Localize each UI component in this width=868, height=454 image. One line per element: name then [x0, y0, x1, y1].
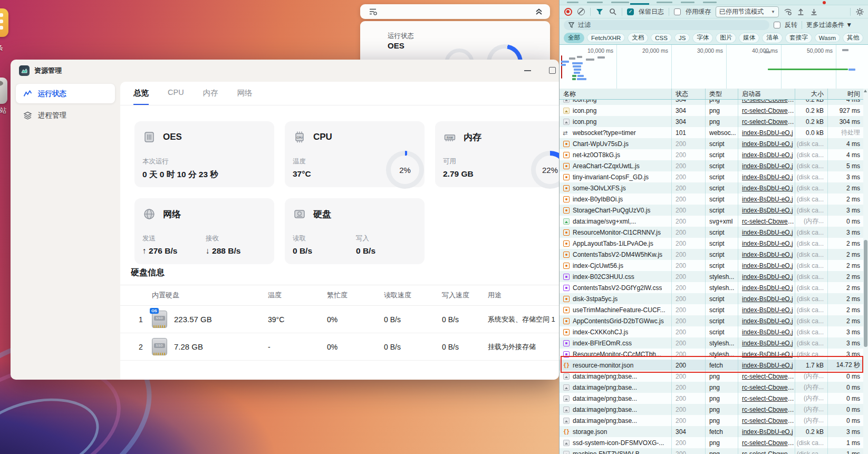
request-initiator-link[interactable]: index-BsDbU-eO.j [742, 340, 793, 347]
search-icon[interactable] [609, 7, 617, 16]
request-initiator-link[interactable]: index-BsDbU-eO.j [742, 351, 793, 358]
request-row[interactable]: icon.png 304 png rc-select-Cbowe_3 0.2 k… [560, 100, 863, 105]
request-initiator-link[interactable]: index-BsDbU-eO.j [742, 185, 793, 192]
invert-label[interactable]: 反转 [785, 21, 797, 30]
request-row[interactable]: websocket?type=timer 101 websoc... index… [560, 127, 863, 138]
tab[interactable]: 内存 [203, 88, 218, 105]
clear-button[interactable] [577, 7, 585, 16]
request-initiator-link[interactable]: rc-select-Cbowe_3 [742, 100, 795, 103]
request-initiator-link[interactable]: index-BsDbU-eO.j [742, 251, 793, 258]
tab[interactable]: 总览 [133, 88, 149, 105]
import-har-icon[interactable] [797, 7, 805, 16]
request-row[interactable]: net-kz0OT8kG.js 200 script index-BsDbU-e… [560, 149, 863, 160]
filter-chip[interactable]: 图片 [716, 33, 736, 43]
filter-chip[interactable]: 媒体 [739, 33, 759, 43]
request-initiator-link[interactable]: index-BsDbU-eO.j [742, 306, 793, 314]
request-row[interactable]: resource-monitor.json 200 fetch index-Bs… [560, 360, 863, 371]
minimize-button[interactable] [524, 70, 531, 71]
request-row[interactable]: ContentsTabsV2-DGfYg2lW.css 200 stylesh.… [560, 282, 863, 293]
request-row[interactable]: ResourceMonitor-CCcMCTbh... 200 stylesh.… [560, 349, 863, 360]
request-initiator-link[interactable]: index-BsDbU-eO.j [742, 240, 793, 247]
collapse-chevron-icon[interactable] [535, 7, 543, 16]
request-row[interactable]: data:image/png;base... 200 png rc-select… [560, 393, 863, 404]
tab[interactable]: CPU [168, 88, 184, 105]
disable-cache-checkbox[interactable] [674, 8, 681, 15]
request-row[interactable]: AreaChart-CZqxUwtL.js 200 script index-B… [560, 160, 863, 171]
request-row[interactable]: tiny-invariant-CopsF_GD.js 200 script in… [560, 171, 863, 182]
sort-menu-icon[interactable] [369, 8, 378, 15]
request-initiator-link[interactable]: index-BsDbU-eO.j [742, 362, 793, 369]
request-row[interactable]: index-B0yIbBOi.js 200 script index-BsDbU… [560, 194, 863, 205]
widget-header-bar[interactable] [360, 4, 550, 19]
filter-chip[interactable]: 清单 [762, 33, 783, 43]
desktop-shortcut-icon[interactable] [0, 78, 7, 104]
window-titlebar[interactable]: 资源管理 [11, 60, 559, 82]
filter-input[interactable]: 过滤 [564, 20, 769, 30]
request-row[interactable]: storage.json 304 fetch index-BsDbU-eO.j … [560, 426, 863, 437]
filter-funnel-icon[interactable] [595, 7, 604, 16]
filter-chip[interactable]: Fetch/XHR [587, 33, 625, 42]
column-header-time[interactable]: 时间 [827, 89, 864, 99]
settings-gear-icon[interactable] [855, 7, 864, 16]
request-initiator-link[interactable]: index-BsDbU-eO.j [742, 173, 793, 181]
scroll-up-arrow-icon[interactable] [864, 90, 867, 92]
filter-chip[interactable]: Wasm [815, 33, 840, 42]
request-row[interactable]: AppLayoutTabs-1iLPvAOe.js 200 script ind… [560, 238, 863, 249]
column-header-initiator[interactable]: 启动器 [738, 89, 795, 99]
request-initiator-link[interactable]: rc-select-Cbowe_3 [742, 395, 795, 402]
request-row[interactable]: index-BFlrEOmR.css 200 stylesh... index-… [560, 337, 863, 349]
request-row[interactable]: data:image/svg+xml,... 200 svg+xml rc-se… [560, 216, 863, 227]
request-row[interactable]: useTrimMachineFeature-CUCF... 200 script… [560, 304, 863, 315]
request-row[interactable]: data:image/png;base... 200 png rc-select… [560, 382, 863, 393]
request-initiator-link[interactable]: rc-select-Cbowe_3 [742, 439, 795, 447]
scrollbar[interactable] [863, 89, 868, 454]
desktop-shortcut-icon[interactable] [0, 8, 8, 37]
request-row[interactable]: index-CjcUwt56.js 200 script index-BsDbU… [560, 260, 863, 271]
preserve-log-checkbox[interactable] [627, 8, 634, 15]
request-row[interactable]: icon.png 304 png rc-select-Cbowe_3 0.2 k… [560, 105, 863, 116]
tab[interactable]: 网络 [237, 88, 253, 105]
request-row[interactable]: ssd-system-icon-DFSMVOXG-... 200 png rc-… [560, 437, 863, 448]
column-header-type[interactable]: 类型 [705, 89, 738, 99]
column-header-status[interactable]: 状态 [671, 89, 705, 99]
request-row[interactable]: ResourceMonitor-Cl1CRNNV.js 200 script i… [560, 227, 863, 238]
request-row[interactable]: data:image/png;base... 200 png rc-select… [560, 404, 863, 415]
disable-cache-label[interactable]: 停用缓存 [686, 7, 711, 16]
request-row[interactable]: ContentsTabsV2-DM4W5hKw.js 200 script in… [560, 249, 863, 260]
filter-chip[interactable]: CSS [651, 33, 672, 42]
network-conditions-icon[interactable] [784, 7, 792, 16]
column-header-name[interactable]: 名称 [560, 89, 671, 99]
network-overview-timeline[interactable]: 10,000 ms 20,000 ms 30,000 ms 40,000 ms … [560, 44, 868, 90]
request-initiator-link[interactable]: index-BsDbU-eO.j [742, 129, 793, 137]
request-initiator-link[interactable]: rc-select-Cbowe_3 [742, 417, 795, 424]
record-button[interactable] [564, 7, 572, 16]
request-initiator-link[interactable]: index-BsDbU-eO.j [742, 162, 793, 170]
request-row[interactable]: disk-3stpa5yc.js 200 script index-BsDbU-… [560, 293, 863, 304]
request-initiator-link[interactable]: rc-select-Cbowe_3 [742, 107, 795, 114]
preserve-log-label[interactable]: 保留日志 [639, 7, 664, 16]
request-initiator-link[interactable]: index-BsDbU-eO.j [742, 428, 793, 436]
request-row[interactable]: StorageChart-PuQgUzV0.js 200 script inde… [560, 205, 863, 216]
request-row[interactable]: Chart-WpUv75sD.js 200 script index-BsDbU… [560, 138, 863, 149]
filter-chip[interactable]: 字体 [692, 33, 713, 43]
devtools-tabbar-cutoff[interactable] [560, 0, 868, 5]
more-filters-button[interactable]: 更多过滤条件 ▼ [806, 21, 852, 30]
request-initiator-link[interactable]: index-BsDbU-eO.j [742, 284, 793, 292]
request-row[interactable]: data:image/png;base... 200 png rc-select… [560, 415, 863, 426]
sidebar-item-running-status[interactable]: 运行状态 [16, 84, 115, 103]
request-initiator-link[interactable]: index-BsDbU-eO.j [742, 207, 793, 214]
request-initiator-link[interactable]: index-BsDbU-eO.j [742, 295, 793, 303]
request-initiator-link[interactable]: index-BsDbU-eO.j [742, 273, 793, 281]
filter-chip[interactable]: JS [674, 33, 690, 42]
request-initiator-link[interactable]: rc-select-Cbowe_3 [742, 373, 795, 380]
request-row[interactable]: some-3OIvLXFS.js 200 script index-BsDbU-… [560, 182, 863, 194]
export-har-icon[interactable] [810, 7, 818, 16]
request-initiator-link[interactable]: rc-select-Cbowe_3 [742, 450, 795, 454]
request-initiator-link[interactable]: rc-select-Cbowe_3 [742, 406, 795, 413]
throttling-dropdown[interactable]: 已停用节流模式 ▼ [716, 6, 779, 17]
filter-chip[interactable]: 全部 [564, 33, 584, 43]
request-initiator-link[interactable]: index-BsDbU-eO.j [742, 262, 793, 269]
request-row[interactable]: data:image/png;base... 200 png rc-select… [560, 371, 863, 382]
request-row[interactable]: index-CXKKohCJ.js 200 script index-BsDbU… [560, 326, 863, 337]
filter-chip[interactable]: 套接字 [785, 33, 812, 43]
